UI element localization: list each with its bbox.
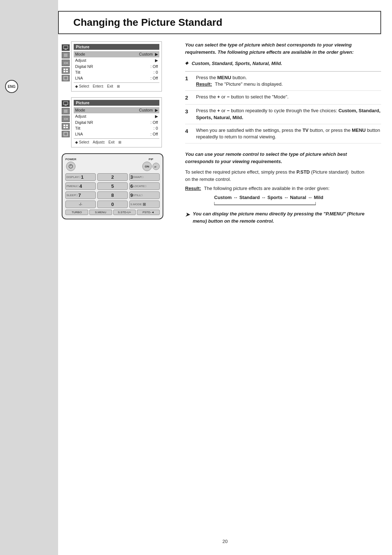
title-section: Changing the Picture Standard [58, 11, 381, 34]
icon-ch-2: CH [62, 116, 70, 122]
btn-smenu[interactable]: S.MENU [89, 210, 112, 215]
pip-label: PIP [142, 158, 160, 161]
icon-tv [62, 44, 70, 51]
svg-rect-22 [66, 127, 68, 128]
svg-rect-9 [64, 71, 65, 72]
icon-settings [62, 75, 70, 81]
tip-section: ➤ You can display the picture menu direc… [185, 210, 370, 224]
right-column: You can select the type of picture which… [181, 41, 392, 224]
svg-text:CH: CH [64, 117, 68, 121]
side-icons-2: CH [62, 97, 70, 137]
svg-rect-12 [64, 102, 68, 105]
screen-row-lna: LNA : Off [74, 75, 159, 81]
icon-tv-2 [62, 100, 70, 107]
btn-2[interactable]: 2 [97, 173, 128, 181]
page-number: 20 [222, 539, 228, 544]
eng-badge: ENG [5, 80, 18, 93]
tip-text: You can display the picture menu directl… [193, 210, 370, 224]
page-title: Changing the Picture Standard [73, 17, 373, 28]
bullet-point: Custom, Standard, Sports, Natural, Mild. [185, 61, 381, 66]
icon-grid-2 [62, 123, 70, 130]
svg-text:⇄: ⇄ [154, 166, 156, 168]
btn-pstd[interactable]: PSTD-◄ [137, 210, 160, 215]
btn-turbo[interactable]: TURBO [65, 210, 88, 215]
remote-control: POWER PIP ON [62, 153, 163, 219]
btn-minus[interactable]: -/- [65, 200, 96, 208]
btn-sleep-7[interactable]: SLEEP□ 7 [65, 191, 96, 199]
icon-settings-2 [62, 131, 70, 137]
numpad: DISPLAY□ 1 2 3 SWAP□ PMENU□ [65, 173, 160, 208]
section2: You can use your remote control to selec… [185, 151, 381, 224]
icon-ch: CH [62, 60, 70, 66]
bottom-buttons: TURBO S.MENU S.STD-U+ PSTD-◄ [65, 210, 160, 215]
power-label: POWER [65, 158, 76, 161]
screen-row-dnr-2: Digital NR : Off [74, 119, 159, 125]
screen-row-adjust: Adjust ▶ [74, 57, 159, 64]
main-content: Changing the Picture Standard [58, 0, 392, 555]
step-4: 4 When you are satisfied with the settin… [185, 124, 381, 143]
icon-list-2 [62, 108, 70, 114]
svg-rect-7 [64, 69, 65, 70]
cycle-diagram: Custom ↔ Standard ↔ Sports ↔ Natural ↔ M… [214, 195, 370, 205]
screen-row-lna-2: LNA : Off [74, 131, 159, 137]
svg-text:CH: CH [64, 61, 68, 65]
screen-footer-2: ◆ Select Adjust± Exit ⊞ [74, 138, 159, 145]
step-1: 1 Press the MENU button. Result: The "Pi… [185, 72, 381, 91]
btn-8[interactable]: 8 [97, 191, 128, 199]
cycle-bracket [214, 201, 370, 205]
screen-row-tilt-2: Tilt : 0 [74, 125, 159, 131]
btn-display-1[interactable]: DISPLAY□ 1 [65, 173, 96, 181]
section2-body: To select the required picture effect, s… [185, 169, 370, 183]
svg-rect-20 [66, 125, 68, 126]
svg-rect-19 [64, 125, 65, 126]
btn-5[interactable]: 5 [97, 182, 128, 190]
left-sidebar: ENG [0, 0, 58, 555]
step-3: 3 Press the + or − button repeatedly to … [185, 105, 381, 124]
screen-mockup-1: CH Picture Mode Custom ▶ [62, 41, 178, 92]
svg-rect-0 [64, 46, 68, 49]
screen-row-mode: Mode Custom ▶ [74, 51, 159, 57]
icon-grid [62, 67, 70, 74]
svg-rect-10 [66, 71, 68, 72]
screen-header-1: Picture [74, 44, 159, 50]
power-btn[interactable] [66, 162, 75, 171]
svg-rect-23 [64, 132, 68, 136]
btn-0[interactable]: 0 [97, 200, 128, 208]
intro-text: You can select the type of picture which… [185, 41, 381, 56]
screen-footer-1: ◆ Select Enter± Exit ⊞ [74, 82, 159, 89]
svg-rect-11 [64, 76, 68, 80]
btn-swap-3[interactable]: 3 SWAP□ [129, 173, 160, 181]
btn-locate-6[interactable]: 6 LOCATE□ [129, 182, 160, 190]
screen-row-adjust-2: Adjust ▶ [74, 113, 159, 119]
screen-mockup-2: CH Picture Mode Custom ▶ [62, 97, 178, 147]
section2-intro: You can use your remote control to selec… [185, 151, 370, 165]
left-column: CH Picture Mode Custom ▶ [58, 41, 181, 224]
screen-body-1: Picture Mode Custom ▶ Adjust ▶ Digital N… [71, 41, 162, 92]
svg-rect-8 [66, 69, 68, 70]
screen-body-2: Picture Mode Custom ▶ Adjust ▶ Digital N… [71, 97, 162, 147]
btn-still-9[interactable]: 9 STILL□ [129, 191, 160, 199]
screen-header-2: Picture [74, 100, 159, 106]
icon-list [62, 52, 70, 58]
pip-btn[interactable]: ON [142, 162, 152, 171]
btn-sstd[interactable]: S.STD-U+ [113, 210, 136, 215]
steps-section: 1 Press the MENU button. Result: The "Pi… [185, 71, 381, 143]
screen-row-dnr: Digital NR : Off [74, 64, 159, 69]
result-row: Result: The following picture effects ar… [185, 186, 370, 191]
btn-smode[interactable]: S.MODE ⊞ [129, 200, 160, 208]
btn-pmenu-4[interactable]: PMENU□ 4 [65, 182, 96, 190]
screen-row-tilt: Tilt : 0 [74, 69, 159, 75]
side-icons-1: CH [62, 41, 70, 81]
swap-btn[interactable]: ⇄ [152, 163, 160, 170]
svg-rect-21 [64, 127, 65, 128]
screen-row-mode-2: Mode Custom ▶ [74, 107, 159, 113]
step-2: 2 Press the + or − button to select the … [185, 91, 381, 105]
step-1-result: Result: The "Picture" menu is displayed. [196, 81, 381, 88]
